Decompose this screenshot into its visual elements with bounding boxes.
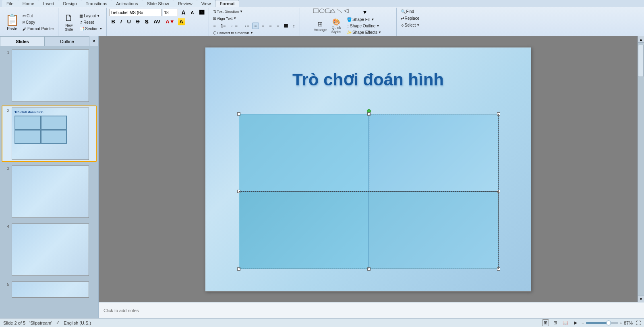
tab-transitions[interactable]: Transitions bbox=[81, 0, 112, 7]
handle-bottom-right[interactable] bbox=[497, 267, 500, 271]
numbering-button[interactable]: 1≡ bbox=[219, 23, 228, 29]
grid-cell-top-right[interactable] bbox=[369, 114, 499, 191]
quick-styles-button[interactable]: 🎨 QuickStyles bbox=[329, 17, 344, 35]
format-painter-button[interactable]: 🖌 Format Painter bbox=[21, 26, 56, 32]
highlight-button[interactable]: A bbox=[178, 18, 185, 25]
center-align-button[interactable]: ≡ bbox=[260, 23, 266, 29]
arrange-button[interactable]: ⊞ Arrange bbox=[313, 19, 327, 33]
line-spacing-button[interactable]: ↕ bbox=[291, 23, 297, 29]
grid-cell-bottom-right[interactable] bbox=[369, 191, 499, 269]
left-align-button[interactable]: ≡ bbox=[252, 23, 259, 29]
italic-button[interactable]: I bbox=[118, 18, 124, 25]
shape-effects-button[interactable]: ✨ Shape Effects ▼ bbox=[345, 29, 383, 35]
right-align-button[interactable]: ≡ bbox=[267, 23, 273, 29]
sidebar-tab-outline[interactable]: Outline bbox=[45, 36, 89, 46]
shape-outline-button[interactable]: □ Shape Outline ▼ bbox=[345, 23, 383, 29]
grid-container[interactable] bbox=[239, 114, 499, 269]
tab-home[interactable]: Home bbox=[18, 0, 39, 7]
slide-item-3[interactable]: 3 bbox=[2, 164, 97, 220]
bullets-button[interactable]: ≡ bbox=[211, 23, 218, 29]
find-button[interactable]: 🔍 Find bbox=[399, 8, 416, 14]
scroll-up-button[interactable]: ▲ bbox=[638, 36, 644, 43]
underline-button[interactable]: U bbox=[125, 18, 133, 25]
clear-format-button[interactable]: 🅰 bbox=[197, 9, 206, 16]
slide-item-1[interactable]: 1 bbox=[2, 48, 97, 104]
font-name-input[interactable] bbox=[109, 9, 162, 16]
tab-format[interactable]: Format bbox=[215, 0, 239, 7]
char-spacing-button[interactable]: AV bbox=[151, 18, 162, 25]
justify-button[interactable]: ≡ bbox=[275, 23, 281, 29]
font-size-input[interactable] bbox=[163, 9, 178, 16]
zoom-in-button[interactable]: + bbox=[620, 321, 622, 325]
tab-file[interactable]: File bbox=[2, 0, 18, 7]
cut-icon: ✂ bbox=[23, 14, 26, 18]
tab-insert[interactable]: Insert bbox=[39, 0, 59, 7]
shadow-button[interactable]: S bbox=[143, 18, 151, 25]
handle-top-center[interactable] bbox=[367, 112, 371, 116]
grid-cell-bottom-left[interactable] bbox=[239, 191, 369, 269]
select-button[interactable]: ⊹ Select ▼ bbox=[399, 22, 422, 28]
tab-review[interactable]: Review bbox=[174, 0, 197, 7]
tab-animations[interactable]: Animations bbox=[112, 0, 142, 7]
drawing-group-content: ▼ ⊞ Arrange 🎨 QuickStyles 🪣 Shape Fi bbox=[313, 8, 383, 36]
text-direction-button[interactable]: ⇅ Text Direction ▼ bbox=[211, 8, 244, 14]
sidebar-close-button[interactable]: × bbox=[89, 36, 98, 46]
vertical-scrollbar[interactable]: ▲ ▼ bbox=[638, 36, 644, 302]
slide-item-5[interactable]: 5 bbox=[2, 279, 97, 300]
slide-canvas[interactable]: Trò chơi đoán hình bbox=[205, 47, 531, 292]
shape-fill-button[interactable]: 🪣 Shape Fill ▼ bbox=[345, 17, 383, 23]
decrease-indent-button[interactable]: ←≡ bbox=[228, 23, 239, 29]
slide-item-2[interactable]: 2 Trò chơi đoán hình bbox=[2, 106, 97, 162]
paste-button[interactable]: 📋 Paste bbox=[4, 12, 20, 32]
canvas-area[interactable]: Trò chơi đoán hình bbox=[99, 36, 638, 302]
slide-item-4[interactable]: 4 bbox=[2, 221, 97, 278]
view-reading-button[interactable]: 📖 bbox=[561, 320, 569, 326]
sidebar-tab-slides[interactable]: Slides bbox=[0, 36, 45, 46]
layout-button[interactable]: ▦ Layout ▼ bbox=[78, 13, 104, 19]
tab-view[interactable]: View bbox=[197, 0, 215, 7]
handle-mid-right[interactable] bbox=[497, 190, 500, 193]
handle-top-right[interactable] bbox=[497, 112, 500, 116]
increase-font-button[interactable]: A bbox=[179, 8, 187, 17]
slide-number-1: 1 bbox=[4, 50, 9, 55]
decrease-font-button[interactable]: A bbox=[189, 9, 196, 16]
cut-button[interactable]: ✂ Cut bbox=[21, 13, 56, 19]
strikethrough-button[interactable]: S bbox=[134, 18, 142, 25]
handle-mid-left[interactable] bbox=[237, 190, 240, 193]
tab-slideshow[interactable]: Slide Show bbox=[143, 0, 174, 7]
convert-smartart-button[interactable]: ⬡ Convert to SmartArt ▼ bbox=[211, 30, 255, 36]
view-slide-sorter-button[interactable]: ⊞ bbox=[552, 320, 558, 326]
new-slide-button[interactable]: 🗋 NewSlide bbox=[61, 12, 77, 32]
align-text-button[interactable]: ⊞ Align Text ▼ bbox=[211, 15, 238, 21]
fit-window-button[interactable]: ⛶ bbox=[636, 320, 641, 326]
zoom-out-button[interactable]: − bbox=[582, 321, 584, 325]
tab-design[interactable]: Design bbox=[59, 0, 81, 7]
zoom-slider[interactable] bbox=[586, 322, 618, 324]
font-color-button[interactable]: A▼ bbox=[164, 18, 176, 25]
scroll-down-button[interactable]: ▼ bbox=[638, 296, 644, 302]
shapes-dropdown[interactable]: ▼ bbox=[362, 9, 368, 15]
replace-button[interactable]: ⇄ Replace bbox=[399, 15, 421, 21]
bold-button[interactable]: B bbox=[109, 18, 117, 25]
grid-row-top bbox=[239, 114, 499, 191]
grid-cell-top-left[interactable] bbox=[239, 114, 369, 191]
increase-indent-button[interactable]: →≡ bbox=[240, 23, 251, 29]
handle-bottom-center[interactable] bbox=[367, 267, 371, 271]
handle-top-left[interactable] bbox=[237, 112, 240, 116]
copy-button[interactable]: ⎘ Copy bbox=[21, 19, 56, 25]
spell-check-icon[interactable]: ✓ bbox=[56, 320, 60, 325]
columns-button[interactable]: ▦ bbox=[282, 22, 290, 29]
view-slideshow-button[interactable]: ▶ bbox=[573, 320, 578, 326]
scroll-thumb[interactable] bbox=[638, 45, 644, 77]
notes-area[interactable]: Click to add notes bbox=[99, 302, 644, 318]
sidebar: Slides Outline × 1 2 Trò chơi đoán hình bbox=[0, 36, 99, 318]
view-normal-button[interactable]: ⊞ bbox=[542, 319, 549, 326]
slide-thumb-3 bbox=[12, 166, 89, 218]
shapes-row: ▼ bbox=[313, 8, 368, 16]
section-button[interactable]: 📑 Section ▼ bbox=[78, 26, 104, 32]
handle-bottom-left[interactable] bbox=[237, 267, 240, 271]
paste-icon: 📋 bbox=[5, 13, 19, 27]
thumb-cell-tr bbox=[41, 116, 67, 130]
zoom-thumb[interactable] bbox=[606, 321, 611, 325]
reset-button[interactable]: ↺ Reset bbox=[78, 19, 104, 25]
